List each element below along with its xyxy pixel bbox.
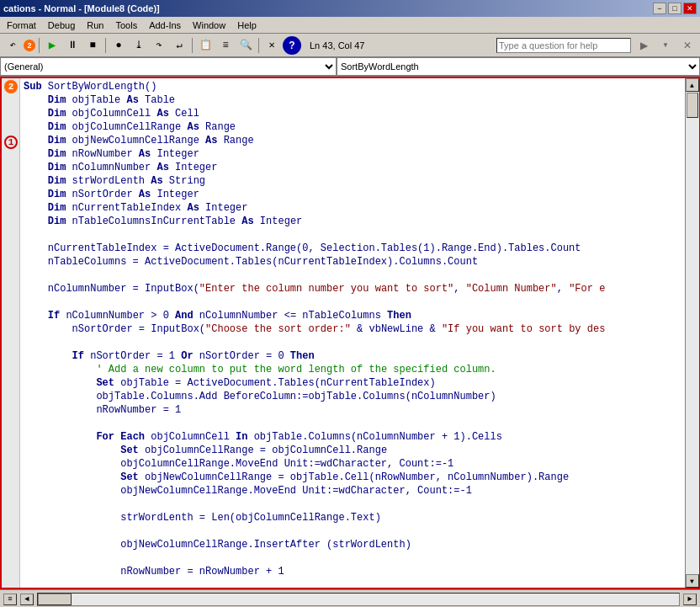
view-options-button[interactable]: ≡ bbox=[3, 594, 17, 605]
undo-button[interactable]: ↶ bbox=[3, 36, 22, 55]
procedure-dropdown[interactable]: SortByWordLength bbox=[337, 57, 700, 76]
toolbar-badge-marker: 2 bbox=[4, 80, 18, 93]
breakpoint-marker: 1 bbox=[4, 136, 18, 149]
scroll-left-button[interactable]: ◄ bbox=[20, 594, 34, 605]
step-over-button[interactable]: ↷ bbox=[150, 36, 168, 55]
title-bar: cations - Normal - [Module8 (Code)] − □ … bbox=[0, 0, 700, 17]
break-button[interactable]: ⏸ bbox=[63, 36, 82, 55]
dropdown-row: (General) SortByWordLength bbox=[0, 57, 700, 77]
toolbar-sep-2 bbox=[105, 38, 106, 53]
clear-button[interactable]: ✕ bbox=[262, 36, 281, 55]
horizontal-scrollbar[interactable] bbox=[37, 593, 680, 606]
vertical-scrollbar[interactable]: ▲ ▼ bbox=[685, 78, 698, 588]
scroll-thumb[interactable] bbox=[687, 93, 698, 118]
menu-help[interactable]: Help bbox=[232, 19, 262, 32]
menu-addins[interactable]: Add-Ins bbox=[144, 19, 186, 32]
object-dropdown[interactable]: (General) bbox=[0, 57, 337, 76]
cursor-position: Ln 43, Col 47 bbox=[310, 40, 364, 51]
step-out-button[interactable]: ↵ bbox=[170, 36, 188, 55]
menu-debug[interactable]: Debug bbox=[43, 19, 80, 32]
close-search-button[interactable]: ✕ bbox=[678, 36, 697, 55]
help-search-input[interactable] bbox=[496, 38, 631, 53]
restore-button[interactable]: □ bbox=[668, 3, 681, 14]
watch-window-button[interactable]: 🔍 bbox=[236, 36, 255, 55]
scroll-track[interactable] bbox=[686, 92, 699, 574]
menu-bar: Format Debug Run Tools Add-Ins Window He… bbox=[0, 17, 700, 34]
reset-button[interactable]: ■ bbox=[83, 36, 102, 55]
scroll-right-button[interactable]: ► bbox=[683, 594, 697, 605]
toolbar: ↶ 2 ▶ ⏸ ■ ● ⤓ ↷ ↵ 📋 ≡ 🔍 ✕ ? Ln 43, Col 4… bbox=[0, 34, 700, 57]
minimize-button[interactable]: − bbox=[653, 3, 666, 14]
help-search-area: ▶ ▼ ✕ bbox=[496, 36, 697, 55]
window-title: cations - Normal - [Module8 (Code)] bbox=[3, 3, 160, 13]
bottom-bar: ≡ ◄ ► bbox=[0, 589, 700, 607]
locals-window-button[interactable]: 📋 bbox=[196, 36, 215, 55]
editor-container: 2 1 Sub SortByWordLength() Dim objTable … bbox=[0, 77, 700, 589]
toolbar-sep-3 bbox=[192, 38, 193, 53]
menu-format[interactable]: Format bbox=[2, 19, 41, 32]
toolbar-badge: 2 bbox=[24, 40, 35, 51]
code-area[interactable]: Sub SortByWordLength() Dim objTable As T… bbox=[20, 78, 685, 588]
menu-run[interactable]: Run bbox=[82, 19, 109, 32]
immediate-window-button[interactable]: ≡ bbox=[216, 36, 235, 55]
search-go-button[interactable]: ▶ bbox=[634, 36, 653, 55]
close-button[interactable]: ✕ bbox=[683, 3, 697, 14]
expand-search-button[interactable]: ▼ bbox=[656, 36, 675, 55]
run-button[interactable]: ▶ bbox=[43, 36, 61, 55]
scroll-down-button[interactable]: ▼ bbox=[686, 574, 699, 588]
help-button[interactable]: ? bbox=[283, 36, 301, 55]
menu-window[interactable]: Window bbox=[188, 19, 231, 32]
scroll-up-button[interactable]: ▲ bbox=[686, 78, 699, 92]
h-scroll-thumb[interactable] bbox=[38, 594, 72, 605]
code-content: Sub SortByWordLength() Dim objTable As T… bbox=[20, 78, 685, 580]
toggle-breakpoint-button[interactable]: ● bbox=[109, 36, 128, 55]
menu-tools[interactable]: Tools bbox=[110, 19, 142, 32]
step-into-button[interactable]: ⤓ bbox=[130, 36, 148, 55]
toolbar-sep-1 bbox=[39, 38, 40, 53]
toolbar-sep-4 bbox=[258, 38, 259, 53]
window-controls: − □ ✕ bbox=[653, 3, 697, 14]
left-margin: 2 1 bbox=[2, 78, 20, 588]
